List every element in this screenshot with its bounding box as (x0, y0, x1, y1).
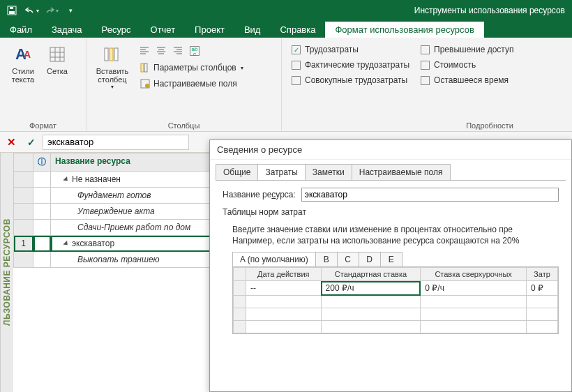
window-title: Инструменты использования ресурсов (414, 6, 569, 15)
rate-table[interactable]: Дата действия Стандартная ставка Ставка … (232, 266, 559, 334)
tab-file[interactable]: Файл (0, 22, 42, 38)
tab-format[interactable]: Формат использования ресурсов (325, 22, 483, 38)
custom-fields-icon (140, 78, 151, 89)
align-left-icon[interactable] (137, 43, 152, 59)
grid-icon (46, 43, 68, 66)
subtab-b[interactable]: B (315, 252, 338, 266)
tab-resource[interactable]: Ресурс (92, 22, 141, 38)
svg-rect-2 (10, 7, 13, 9)
chk-work[interactable]: ✓Трудозатраты (292, 45, 409, 54)
svg-rect-3 (50, 47, 64, 61)
insert-column-icon (101, 43, 123, 66)
dtab-custom[interactable]: Настраиваемые поля (352, 164, 451, 180)
grid-button[interactable]: Сетка (42, 42, 73, 120)
rate-cell-ovt[interactable]: 0 ₽/ч (421, 281, 527, 296)
svg-point-26 (145, 84, 149, 88)
redo-icon[interactable]: ▾ (42, 3, 60, 18)
align-right-icon[interactable] (170, 43, 186, 59)
text-styles-icon: AA (12, 43, 34, 66)
chk-remaining[interactable]: Оставшееся время (421, 75, 513, 85)
rate-col-ovt[interactable]: Ставка сверхурочных (421, 268, 527, 281)
wrap-text-icon[interactable]: abc (187, 43, 202, 59)
dialog-title: Сведения о ресурсе (210, 140, 571, 160)
svg-rect-1 (9, 11, 15, 14)
qat-dropdown-icon[interactable]: ▾ (61, 3, 80, 18)
subtab-d[interactable]: D (359, 252, 381, 266)
resource-name-label: Название ресурса: (223, 190, 296, 199)
col-info[interactable]: ⓘ (33, 153, 51, 172)
rate-cell-date[interactable]: -- (246, 281, 322, 296)
tab-report[interactable]: Отчет (141, 22, 186, 38)
svg-rect-8 (105, 48, 108, 61)
dtab-general[interactable]: Общие (216, 164, 258, 180)
svg-rect-9 (110, 48, 113, 61)
rate-col-std[interactable]: Стандартная ставка (321, 268, 421, 281)
subtab-e[interactable]: E (380, 252, 402, 266)
subtab-c[interactable]: C (337, 252, 359, 266)
tab-task[interactable]: Задача (42, 22, 92, 38)
resource-name-input[interactable] (301, 188, 559, 202)
text-styles-button[interactable]: AA Стили текста (4, 42, 42, 120)
custom-fields-button[interactable]: Настраиваемые поля (137, 77, 246, 91)
rate-col-date[interactable]: Дата действия (246, 268, 322, 281)
undo-icon[interactable]: ▾ (22, 3, 40, 18)
column-params-icon (140, 62, 151, 73)
cell-edit-input[interactable] (43, 135, 189, 150)
rate-tables-label: Таблицы норм затрат (223, 207, 559, 217)
row-header-blank (14, 153, 33, 172)
rate-col-per[interactable]: Затр (526, 268, 557, 281)
dtab-costs[interactable]: Затраты (257, 164, 305, 180)
rate-cell-per[interactable]: 0 ₽ (526, 281, 557, 296)
view-label: ЛЬЗОВАНИЕ РЕСУРСОВ (0, 153, 13, 392)
chk-overalloc[interactable]: Превышение доступ (421, 45, 513, 54)
confirm-edit-icon[interactable]: ✓ (24, 137, 38, 148)
tab-help[interactable]: Справка (270, 22, 325, 38)
cancel-edit-icon[interactable]: ✕ (3, 136, 20, 149)
align-center-icon[interactable] (153, 43, 169, 59)
svg-rect-23 (141, 63, 144, 72)
rate-cell-std[interactable]: 200 ₽/ч (321, 281, 421, 296)
insert-column-button[interactable]: Вставить столбец ▾ (91, 42, 134, 120)
tab-view[interactable]: Вид (234, 22, 271, 38)
chk-actual[interactable]: Фактические трудозатраты (292, 60, 409, 70)
dtab-notes[interactable]: Заметки (305, 164, 352, 180)
save-icon[interactable] (3, 3, 21, 18)
tab-project[interactable]: Проект (185, 22, 234, 38)
chk-cost[interactable]: Стоимость (421, 60, 513, 70)
ribbon-tabs: Файл Задача Ресурс Отчет Проект Вид Спра… (0, 21, 572, 38)
subtab-a[interactable]: A (по умолчанию) (232, 252, 316, 266)
rate-hint: Введите значение ставки или изменение в … (232, 224, 559, 246)
svg-rect-24 (144, 63, 147, 72)
resource-info-dialog: Сведения о ресурсе Общие Затраты Заметки… (209, 140, 572, 392)
column-params-button[interactable]: Параметры столбцов▾ (137, 61, 246, 75)
chk-cumulative[interactable]: Совокупные трудозатраты (292, 75, 409, 85)
svg-rect-10 (114, 48, 118, 61)
